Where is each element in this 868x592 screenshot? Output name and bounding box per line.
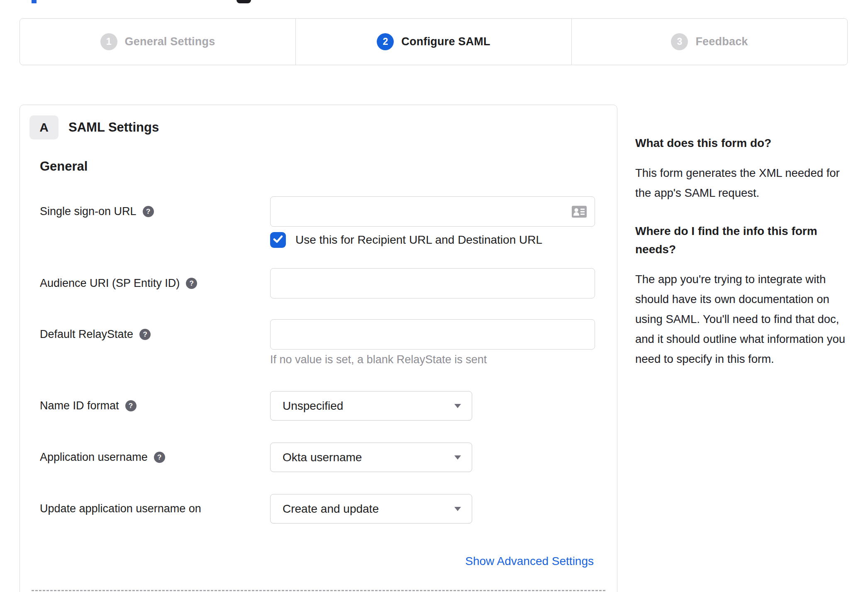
update-username-label: Update application username on — [40, 502, 201, 515]
help-sidebar: What does this form do? This form genera… — [635, 134, 848, 388]
update-username-row: Update application username on Create an… — [40, 494, 472, 524]
name-id-format-row: Name ID format ? Unspecified — [40, 391, 472, 421]
caret-down-icon — [454, 455, 461, 460]
audience-uri-input[interactable] — [270, 268, 595, 298]
step-3-label: Feedback — [695, 35, 748, 48]
sso-url-help-icon[interactable]: ? — [143, 206, 154, 217]
sso-url-input-wrap — [270, 196, 595, 227]
audience-uri-input-wrap — [270, 268, 595, 298]
sso-url-row: Single sign-on URL ? — [40, 196, 595, 227]
sso-url-label: Single sign-on URL — [40, 205, 137, 218]
configure-saml-page: { "stepper": { "steps": [ { "number": "1… — [0, 0, 868, 592]
application-username-value: Okta username — [283, 451, 362, 464]
name-id-format-label-group: Name ID format ? — [40, 399, 270, 412]
recipient-url-checkbox-label[interactable]: Use this for Recipient URL and Destinati… — [295, 233, 542, 247]
name-id-format-label: Name ID format — [40, 399, 119, 412]
application-username-label-group: Application username ? — [40, 451, 270, 464]
name-id-format-select[interactable]: Unspecified — [270, 391, 472, 421]
name-id-format-value: Unspecified — [283, 399, 343, 413]
step-feedback[interactable]: 3 Feedback — [572, 19, 847, 65]
recipient-url-checkbox-row: Use this for Recipient URL and Destinati… — [270, 232, 542, 248]
application-username-select[interactable]: Okta username — [270, 443, 472, 472]
name-id-format-help-icon[interactable]: ? — [125, 400, 137, 411]
clipped-blue-fragment — [32, 0, 37, 3]
check-icon — [273, 235, 283, 245]
help-answer-1: This form generates the XML needed for t… — [635, 163, 848, 203]
audience-uri-help-icon[interactable]: ? — [186, 278, 197, 289]
relay-state-label-group: Default RelayState ? — [40, 328, 270, 341]
relay-state-helper-text: If no value is set, a blank RelayState i… — [270, 353, 487, 366]
update-username-label-group: Update application username on — [40, 502, 270, 515]
application-username-help-icon[interactable]: ? — [154, 452, 165, 463]
show-advanced-settings-link[interactable]: Show Advanced Settings — [465, 555, 594, 568]
update-username-select[interactable]: Create and update — [270, 494, 472, 524]
contact-card-icon[interactable] — [572, 205, 587, 218]
audience-uri-label-group: Audience URI (SP Entity ID) ? — [40, 277, 270, 290]
step-configure-saml[interactable]: 2 Configure SAML — [296, 19, 572, 65]
update-username-value: Create and update — [283, 502, 379, 516]
recipient-url-checkbox[interactable] — [270, 232, 286, 248]
relay-state-row: Default RelayState ? — [40, 319, 595, 350]
caret-down-icon — [454, 507, 461, 511]
relay-state-label: Default RelayState — [40, 328, 133, 341]
wizard-stepper: 1 General Settings 2 Configure SAML 3 Fe… — [20, 18, 848, 65]
panel-title: SAML Settings — [68, 115, 159, 139]
step-1-number-badge: 1 — [100, 33, 117, 50]
step-2-number-badge: 2 — [377, 33, 394, 50]
relay-state-help-icon[interactable]: ? — [139, 329, 151, 340]
help-answer-2: The app you're trying to integrate with … — [635, 269, 848, 369]
saml-settings-panel: A SAML Settings General Single sign-on U… — [20, 105, 617, 592]
relay-state-input-wrap — [270, 319, 595, 350]
application-username-row: Application username ? Okta username — [40, 443, 472, 472]
step-1-label: General Settings — [125, 35, 215, 48]
sso-url-input[interactable] — [270, 196, 595, 227]
step-3-number-badge: 3 — [671, 33, 688, 50]
dashed-separator — [32, 590, 605, 591]
general-section-heading: General — [40, 159, 88, 174]
clipped-heading-fragment — [237, 0, 251, 3]
step-2-label: Configure SAML — [401, 35, 490, 48]
section-a-badge: A — [29, 115, 59, 139]
step-general-settings[interactable]: 1 General Settings — [20, 19, 296, 65]
relay-state-input[interactable] — [270, 319, 595, 350]
help-question-1: What does this form do? — [635, 134, 848, 152]
audience-uri-label: Audience URI (SP Entity ID) — [40, 277, 180, 290]
sso-url-label-group: Single sign-on URL ? — [40, 205, 270, 218]
application-username-label: Application username — [40, 451, 148, 464]
audience-uri-row: Audience URI (SP Entity ID) ? — [40, 268, 595, 298]
caret-down-icon — [454, 404, 461, 408]
help-question-2: Where do I find the info this form needs… — [635, 222, 848, 259]
